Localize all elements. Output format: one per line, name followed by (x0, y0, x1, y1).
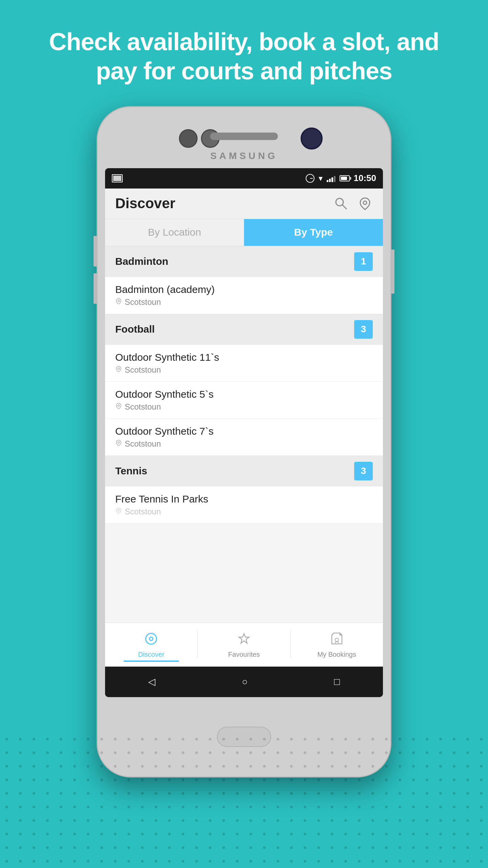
location-pin-icon (115, 366, 122, 374)
nav-favourites-label: Favourites (228, 651, 260, 658)
search-icon[interactable] (333, 196, 349, 211)
category-tennis-badge: 3 (354, 462, 373, 480)
phone-screen: ▾ 10:50 Discover (105, 168, 383, 697)
tab-by-location[interactable]: By Location (105, 219, 244, 246)
item-title: Outdoor Synthetic 5`s (115, 389, 373, 400)
svg-point-3 (118, 300, 120, 301)
category-badminton: Badminton 1 (105, 246, 383, 277)
item-title: Outdoor Synthetic 7`s (115, 426, 373, 437)
list-item[interactable]: Badminton (academy) Scotstoun (105, 277, 383, 314)
item-location: Scotstoun (115, 507, 373, 516)
category-badminton-title: Badminton (115, 256, 168, 267)
phone-bottom-area (217, 697, 271, 776)
svg-marker-10 (239, 634, 249, 643)
item-title: Badminton (academy) (115, 284, 373, 295)
favourites-icon (236, 631, 252, 649)
item-location: Scotstoun (115, 402, 373, 412)
samsung-brand: SAMSUNG (210, 151, 278, 161)
location-pin-icon (115, 439, 122, 448)
item-title: Free Tennis In Parks (115, 493, 373, 505)
category-tennis-title: Tennis (115, 465, 147, 477)
nav-discover-label: Discover (138, 651, 164, 658)
home-button[interactable]: ○ (242, 676, 248, 687)
svg-point-0 (336, 198, 343, 206)
phone-top-area: SAMSUNG (98, 107, 390, 168)
back-button[interactable]: ◁ (148, 676, 156, 687)
front-camera-1 (179, 129, 198, 148)
recent-button[interactable]: □ (334, 676, 340, 687)
location-pin-icon (115, 507, 122, 516)
category-badminton-badge: 1 (354, 252, 373, 271)
notification-icon (112, 174, 123, 182)
tabs-container: By Location By Type (105, 219, 383, 246)
status-right-icons: ▾ 10:50 (306, 173, 377, 183)
location-pin-icon (115, 298, 122, 307)
signal-bars (327, 175, 336, 182)
clock-icon (306, 174, 314, 183)
app-title: Discover (115, 195, 175, 212)
battery-icon (340, 175, 350, 181)
svg-line-1 (343, 205, 346, 209)
volume-down-button (94, 273, 98, 304)
svg-point-6 (118, 441, 120, 443)
power-button (390, 250, 394, 294)
list-content: Badminton 1 Badminton (academy) Scotstou… (105, 246, 383, 623)
svg-point-4 (118, 368, 120, 369)
category-football-badge: 3 (354, 320, 373, 339)
list-item[interactable]: Outdoor Synthetic 5`s Scotstoun (105, 382, 383, 419)
svg-point-2 (363, 201, 367, 204)
item-location: Scotstoun (115, 439, 373, 449)
tab-by-type[interactable]: By Type (244, 219, 383, 246)
speaker-grill (210, 133, 278, 140)
status-bar: ▾ 10:50 (105, 168, 383, 189)
location-icon[interactable] (357, 196, 373, 211)
category-tennis: Tennis 3 (105, 456, 383, 487)
list-item[interactable]: Outdoor Synthetic 7`s Scotstoun (105, 419, 383, 456)
item-location: Scotstoun (115, 297, 373, 307)
category-football: Football 3 (105, 314, 383, 345)
phone-device: SAMSUNG ▾ (97, 106, 391, 777)
rear-camera (301, 127, 323, 150)
home-button[interactable] (217, 727, 271, 747)
nav-bookings-label: My Bookings (317, 651, 356, 658)
wifi-icon: ▾ (319, 174, 323, 183)
status-time: 10:50 (354, 173, 377, 183)
page-wrapper: Check availability, book a slot, and pay… (0, 0, 488, 777)
list-item[interactable]: Outdoor Synthetic 11`s Scotstoun (105, 345, 383, 382)
app-header: Discover (105, 189, 383, 219)
bookings-icon (329, 631, 345, 649)
android-navbar: ◁ ○ □ (105, 667, 383, 697)
svg-point-9 (149, 637, 153, 640)
svg-point-5 (118, 405, 120, 406)
discover-icon (143, 631, 159, 649)
item-title: Outdoor Synthetic 11`s (115, 352, 373, 363)
item-location: Scotstoun (115, 365, 373, 375)
nav-favourites[interactable]: Favourites (198, 628, 290, 662)
status-left-icons (112, 174, 123, 182)
svg-point-8 (146, 633, 157, 644)
list-item[interactable]: Free Tennis In Parks Scotstoun (105, 487, 383, 524)
svg-point-7 (118, 509, 120, 511)
bottom-nav: Discover Favourites (105, 623, 383, 667)
promo-header: Check availability, book a slot, and pay… (0, 0, 488, 106)
category-football-title: Football (115, 323, 155, 335)
nav-bookings[interactable]: My Bookings (290, 628, 383, 662)
nav-discover[interactable]: Discover (105, 628, 198, 662)
header-actions (333, 196, 373, 211)
location-pin-icon (115, 402, 122, 411)
svg-point-11 (335, 638, 339, 642)
volume-up-button (94, 236, 98, 267)
